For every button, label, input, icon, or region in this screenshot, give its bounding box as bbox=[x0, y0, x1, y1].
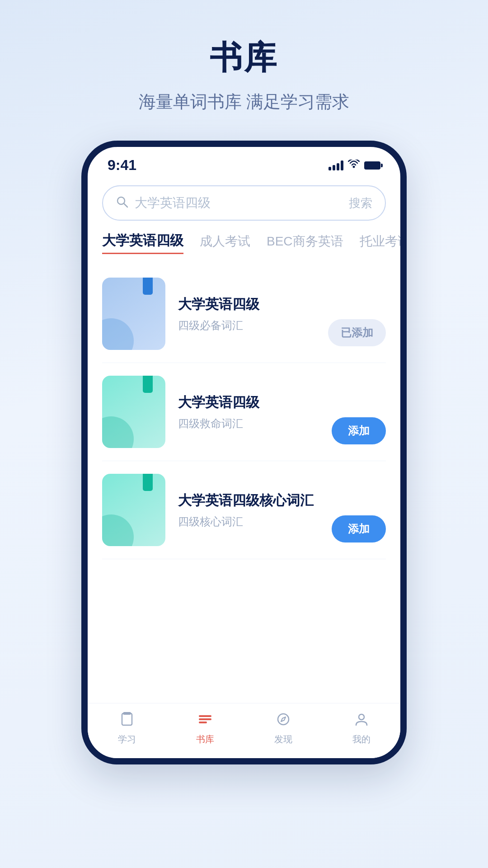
category-tabs: 大学英语四级 成人考试 BEC商务英语 托业考试d bbox=[88, 225, 400, 260]
page-subtitle: 海量单词书库 满足学习需求 bbox=[139, 90, 350, 113]
svg-line-2 bbox=[124, 203, 128, 207]
search-bar[interactable]: 大学英语四级 搜索 bbox=[102, 185, 386, 221]
bottom-nav: 学习 书库 发现 bbox=[88, 703, 400, 758]
tab-cet4[interactable]: 大学英语四级 bbox=[102, 231, 183, 254]
book-info-1: 大学英语四级 四级必备词汇 bbox=[178, 295, 315, 333]
nav-discover-label: 发现 bbox=[274, 733, 292, 745]
book-list: 大学英语四级 四级必备词汇 已添加 大学英语四级 四级救命词汇 添加 bbox=[88, 260, 400, 703]
nav-study-label: 学习 bbox=[118, 733, 136, 745]
svg-rect-6 bbox=[199, 718, 211, 720]
list-item: 大学英语四级 四级必备词汇 已添加 bbox=[102, 265, 386, 363]
tab-adult[interactable]: 成人考试 bbox=[200, 233, 250, 253]
book-title: 大学英语四级 bbox=[178, 295, 315, 314]
book-cover-1 bbox=[102, 278, 165, 350]
signal-icon bbox=[328, 160, 343, 170]
battery-icon bbox=[364, 161, 380, 170]
page-title: 书库 bbox=[139, 36, 350, 80]
tab-toeic[interactable]: 托业考试d bbox=[360, 233, 400, 253]
list-item: 大学英语四级核心词汇 四级核心词汇 添加 bbox=[102, 461, 386, 559]
nav-item-profile[interactable]: 我的 bbox=[352, 712, 371, 745]
tab-bec[interactable]: BEC商务英语 bbox=[267, 233, 343, 253]
book-desc: 四级救命词汇 bbox=[178, 416, 319, 431]
book-cover-3 bbox=[102, 474, 165, 546]
list-item: 大学英语四级 四级救命词汇 添加 bbox=[102, 363, 386, 461]
svg-rect-5 bbox=[199, 715, 211, 717]
nav-item-discover[interactable]: 发现 bbox=[274, 712, 292, 745]
add-button[interactable]: 添加 bbox=[332, 515, 386, 542]
book-info-2: 大学英语四级 四级救命词汇 bbox=[178, 393, 319, 431]
nav-library-icon bbox=[197, 712, 213, 731]
search-container: 大学英语四级 搜索 bbox=[88, 178, 400, 225]
nav-library-label: 书库 bbox=[196, 733, 214, 745]
book-desc: 四级必备词汇 bbox=[178, 318, 315, 333]
book-action-2: 添加 bbox=[332, 417, 386, 448]
status-icons bbox=[328, 160, 380, 171]
book-title: 大学英语四级 bbox=[178, 393, 319, 412]
book-action-3: 添加 bbox=[332, 515, 386, 546]
status-time: 9:41 bbox=[108, 157, 136, 174]
svg-point-1 bbox=[117, 197, 125, 204]
wifi-icon bbox=[348, 160, 360, 171]
book-info-3: 大学英语四级核心词汇 四级核心词汇 bbox=[178, 491, 319, 529]
nav-item-study[interactable]: 学习 bbox=[118, 712, 136, 745]
nav-profile-label: 我的 bbox=[352, 733, 371, 745]
search-icon bbox=[116, 195, 128, 211]
nav-profile-icon bbox=[354, 712, 369, 731]
book-title: 大学英语四级核心词汇 bbox=[178, 491, 319, 510]
svg-rect-7 bbox=[199, 722, 207, 723]
svg-point-9 bbox=[359, 714, 364, 720]
added-button[interactable]: 已添加 bbox=[328, 319, 386, 346]
status-bar: 9:41 bbox=[88, 147, 400, 178]
add-button[interactable]: 添加 bbox=[332, 417, 386, 444]
svg-point-0 bbox=[353, 165, 355, 168]
nav-study-icon bbox=[119, 712, 135, 731]
book-cover-2 bbox=[102, 376, 165, 448]
svg-point-8 bbox=[278, 714, 289, 725]
book-desc: 四级核心词汇 bbox=[178, 514, 319, 529]
nav-item-library[interactable]: 书库 bbox=[196, 712, 214, 745]
search-button[interactable]: 搜索 bbox=[349, 195, 372, 211]
page-header: 书库 海量单词书库 满足学习需求 bbox=[139, 36, 350, 113]
svg-rect-3 bbox=[122, 713, 132, 725]
nav-discover-icon bbox=[276, 712, 291, 731]
phone-frame: 9:41 bbox=[81, 141, 407, 764]
book-action-1: 已添加 bbox=[328, 319, 386, 350]
search-input-text[interactable]: 大学英语四级 bbox=[135, 194, 349, 212]
